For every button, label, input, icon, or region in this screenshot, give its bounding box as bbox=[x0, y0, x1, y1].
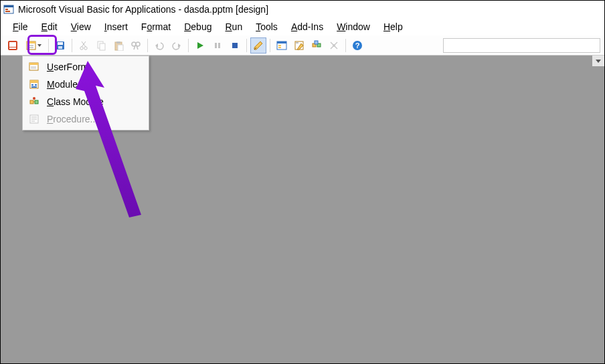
menubar: File Edit View Insert Format Debug Run T… bbox=[1, 18, 604, 35]
svg-rect-32 bbox=[232, 43, 238, 48]
class-module-icon bbox=[28, 96, 40, 108]
svg-rect-56 bbox=[30, 100, 33, 104]
menu-format[interactable]: Format bbox=[135, 19, 177, 34]
view-host-button[interactable] bbox=[5, 37, 21, 54]
svg-marker-64 bbox=[596, 60, 601, 63]
svg-rect-48 bbox=[29, 63, 38, 65]
cut-button[interactable] bbox=[76, 37, 92, 54]
svg-rect-6 bbox=[9, 48, 16, 49]
find-button[interactable] bbox=[128, 37, 144, 54]
menu-item-label: Procedure... bbox=[47, 114, 98, 124]
svg-rect-30 bbox=[215, 43, 217, 48]
svg-rect-38 bbox=[278, 47, 281, 48]
procedure-icon bbox=[28, 113, 40, 125]
svg-rect-43 bbox=[315, 41, 318, 44]
menu-view[interactable]: View bbox=[64, 19, 98, 34]
toolbar-separator bbox=[188, 39, 189, 52]
svg-rect-40 bbox=[296, 42, 298, 43]
paste-button[interactable] bbox=[110, 37, 126, 54]
titlebar: Microsoft Visual Basic for Applications … bbox=[1, 1, 604, 18]
menu-item-label: Class Module bbox=[47, 96, 104, 107]
menu-file[interactable]: File bbox=[6, 19, 35, 34]
properties-button[interactable] bbox=[291, 37, 307, 54]
toolbox-button[interactable] bbox=[326, 37, 342, 54]
menu-edit[interactable]: Edit bbox=[35, 19, 64, 34]
insert-split-button[interactable] bbox=[22, 37, 45, 54]
copy-button[interactable] bbox=[93, 37, 109, 54]
chevron-down-icon bbox=[37, 44, 41, 47]
menu-help[interactable]: Help bbox=[377, 19, 410, 34]
svg-rect-31 bbox=[218, 43, 220, 48]
toolbar-separator bbox=[48, 39, 49, 52]
svg-rect-3 bbox=[5, 11, 10, 12]
menu-item-module[interactable]: Module bbox=[23, 76, 149, 93]
svg-point-44 bbox=[333, 44, 335, 47]
svg-point-15 bbox=[84, 46, 87, 49]
userform-icon bbox=[28, 61, 40, 73]
menu-addins[interactable]: Add-Ins bbox=[284, 19, 330, 34]
svg-rect-52 bbox=[30, 80, 38, 83]
svg-rect-36 bbox=[277, 41, 286, 43]
svg-rect-8 bbox=[27, 41, 35, 43]
toolbar-separator bbox=[246, 39, 247, 52]
svg-rect-21 bbox=[116, 41, 120, 43]
menu-item-userform[interactable]: UserForm bbox=[23, 58, 149, 76]
window-title: Microsoft Visual Basic for Applications … bbox=[18, 4, 268, 15]
menu-insert[interactable]: Insert bbox=[98, 19, 135, 34]
toolbar-separator bbox=[345, 39, 346, 52]
svg-rect-37 bbox=[278, 45, 281, 46]
toolbar: ? bbox=[1, 35, 604, 56]
svg-point-59 bbox=[33, 97, 35, 100]
svg-rect-57 bbox=[35, 100, 38, 104]
mdi-workspace: UserForm Module Class Module Procedure..… bbox=[1, 56, 604, 364]
run-button[interactable] bbox=[192, 37, 208, 54]
svg-point-14 bbox=[80, 46, 83, 49]
undo-button[interactable] bbox=[151, 37, 167, 54]
menu-window[interactable]: Window bbox=[330, 19, 377, 34]
menu-tools[interactable]: Tools bbox=[249, 19, 284, 34]
toolbar-separator bbox=[72, 39, 72, 52]
position-combo[interactable] bbox=[443, 38, 600, 53]
menu-debug[interactable]: Debug bbox=[177, 19, 218, 34]
menu-item-label: UserForm bbox=[47, 62, 88, 72]
svg-rect-2 bbox=[5, 9, 8, 10]
design-mode-button[interactable] bbox=[250, 37, 266, 54]
project-explorer-button[interactable] bbox=[274, 37, 290, 54]
svg-rect-54 bbox=[35, 84, 37, 86]
object-browser-button[interactable] bbox=[309, 37, 325, 54]
menu-item-procedure: Procedure... bbox=[23, 110, 149, 128]
save-button[interactable] bbox=[52, 37, 68, 54]
reset-button[interactable] bbox=[227, 37, 243, 54]
menu-run[interactable]: Run bbox=[218, 19, 249, 34]
app-icon bbox=[3, 4, 14, 15]
insert-dropdown-menu: UserForm Module Class Module Procedure..… bbox=[22, 56, 149, 130]
help-button[interactable]: ? bbox=[349, 37, 365, 54]
svg-rect-12 bbox=[58, 42, 63, 45]
svg-rect-5 bbox=[9, 42, 16, 47]
svg-rect-1 bbox=[4, 5, 13, 7]
svg-marker-29 bbox=[197, 42, 203, 49]
svg-rect-55 bbox=[31, 86, 37, 88]
break-button[interactable] bbox=[209, 37, 226, 54]
toolbar-separator bbox=[147, 39, 148, 52]
module-icon bbox=[28, 78, 40, 90]
svg-text:?: ? bbox=[355, 41, 360, 50]
svg-rect-19 bbox=[100, 43, 105, 50]
svg-rect-53 bbox=[31, 84, 33, 86]
scroll-arrow-button[interactable] bbox=[592, 56, 604, 66]
redo-button[interactable] bbox=[169, 37, 185, 54]
svg-rect-13 bbox=[58, 46, 62, 49]
toolbar-separator bbox=[270, 39, 270, 52]
menu-item-label: Module bbox=[47, 79, 78, 90]
menu-item-class-module[interactable]: Class Module bbox=[23, 93, 149, 110]
svg-rect-22 bbox=[118, 45, 123, 51]
